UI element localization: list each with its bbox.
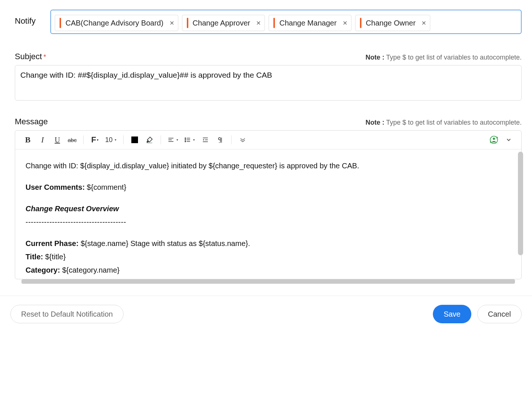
svg-point-15 xyxy=(493,138,495,140)
vertical-scrollbar[interactable] xyxy=(518,152,523,255)
remove-tag-icon[interactable]: ✕ xyxy=(256,20,261,27)
bold-button[interactable]: B xyxy=(21,134,34,146)
tag-label: Change Manager xyxy=(279,19,337,27)
tag-label: Change Owner xyxy=(366,19,416,27)
subject-note: Note : Type $ to get list of variables t… xyxy=(366,54,522,61)
list-picker[interactable] xyxy=(182,134,197,146)
save-button[interactable]: Save xyxy=(433,305,471,323)
required-indicator: * xyxy=(43,53,46,61)
text-color-picker[interactable] xyxy=(128,134,141,146)
message-note: Note : Type $ to get list of variables t… xyxy=(366,119,522,127)
notify-tags-box[interactable]: CAB(Change Advisory Board) ✕ Change Appr… xyxy=(50,10,522,34)
message-label: Message xyxy=(15,117,48,127)
highlight-color-picker[interactable] xyxy=(143,134,156,146)
reset-button[interactable]: Reset to Default Notification xyxy=(10,305,124,323)
subject-label: Subject* xyxy=(15,52,46,61)
outdent-button[interactable] xyxy=(199,134,212,146)
separator xyxy=(161,135,161,144)
separator xyxy=(231,135,232,144)
subject-input[interactable] xyxy=(15,65,522,101)
tag-label: CAB(Change Advisory Board) xyxy=(65,19,164,27)
body-line: Change with ID: ${display_id.display_val… xyxy=(26,160,511,172)
italic-button[interactable]: I xyxy=(36,134,49,146)
notify-label: Notify xyxy=(15,10,50,26)
font-family-picker[interactable]: F xyxy=(88,134,101,146)
remove-tag-icon[interactable]: ✕ xyxy=(421,20,426,27)
align-picker[interactable] xyxy=(165,134,181,146)
remove-tag-icon[interactable]: ✕ xyxy=(169,20,174,27)
body-line: Change Request Overview xyxy=(26,203,511,215)
body-line: Current Phase: ${stage.name} Stage with … xyxy=(26,237,511,249)
notify-tag[interactable]: CAB(Change Advisory Board) ✕ xyxy=(55,15,178,31)
tag-bar xyxy=(360,18,361,28)
svg-point-5 xyxy=(185,139,186,140)
tag-bar xyxy=(60,18,61,28)
tag-label: Change Approver xyxy=(193,19,250,27)
notify-tag[interactable]: Change Manager ✕ xyxy=(269,15,351,31)
paragraph-direction-button[interactable] xyxy=(213,134,227,146)
separator xyxy=(123,135,124,144)
underline-button[interactable]: U xyxy=(51,134,64,146)
notify-tag[interactable]: Change Owner ✕ xyxy=(355,15,431,31)
message-editor: B I U abc F 10 xyxy=(15,130,522,279)
body-line: User Comments: ${comment} xyxy=(26,181,511,193)
separator xyxy=(83,135,84,144)
body-line: Title: ${title} xyxy=(26,251,511,263)
body-line: Category: ${category.name} xyxy=(26,264,511,276)
strikethrough-button[interactable]: abc xyxy=(65,134,79,146)
remove-tag-icon[interactable]: ✕ xyxy=(343,20,347,27)
collapse-toolbar-icon[interactable] xyxy=(502,134,515,146)
svg-point-6 xyxy=(185,141,186,142)
more-tools-button[interactable] xyxy=(236,134,249,146)
placeholder-user-icon[interactable] xyxy=(487,134,501,146)
notify-tag[interactable]: Change Approver ✕ xyxy=(182,15,265,31)
font-size-picker[interactable]: 10 xyxy=(103,134,119,146)
tag-bar xyxy=(187,18,188,28)
horizontal-scrollbar[interactable] xyxy=(21,279,515,285)
editor-toolbar: B I U abc F 10 xyxy=(15,131,521,149)
message-body[interactable]: Change with ID: ${display_id.display_val… xyxy=(15,149,521,279)
tag-bar xyxy=(273,18,275,28)
body-line: Sub-Category: ${subcategory.name} xyxy=(26,277,511,279)
cancel-button[interactable]: Cancel xyxy=(477,305,522,323)
body-line: -------------------------------------- xyxy=(26,216,511,228)
svg-point-4 xyxy=(185,138,186,138)
